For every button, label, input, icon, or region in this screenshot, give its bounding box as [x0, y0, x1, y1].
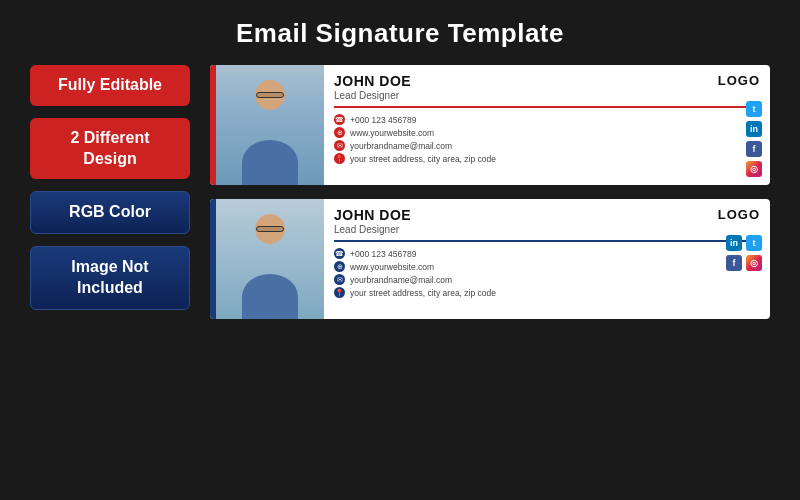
person-body [242, 140, 298, 185]
location-icon-blue: 📍 [334, 287, 345, 298]
address-row-blue: 📍 your street address, city area, zip co… [334, 287, 760, 298]
sig-header-blue: JOHN DOE Lead Designer LOGO [334, 207, 760, 242]
sig-header-red: JOHN DOE Lead Designer LOGO [334, 73, 760, 108]
web-row-red: ⊕ www.yourwebsite.com [334, 127, 760, 138]
sig-logo-blue: LOGO [718, 207, 760, 222]
linkedin-icon-blue: in [726, 235, 742, 251]
person-glasses-blue [256, 226, 284, 232]
facebook-icon-red: f [746, 141, 762, 157]
person-silhouette [216, 65, 324, 185]
sig-details-red: ☎ +000 123 456789 ⊕ www.yourwebsite.com … [334, 114, 760, 164]
web-row-blue: ⊕ www.yourwebsite.com [334, 261, 760, 272]
address-text-blue: your street address, city area, zip code [350, 288, 496, 298]
phone-icon-blue: ☎ [334, 248, 345, 259]
instagram-icon-red: ◎ [746, 161, 762, 177]
person-photo-blue [216, 199, 324, 319]
email-row-blue: ✉ yourbrandname@mail.com [334, 274, 760, 285]
template-blue: JOHN DOE Lead Designer LOGO ☎ +000 123 4… [210, 199, 770, 319]
phone-icon-red: ☎ [334, 114, 345, 125]
web-icon-blue: ⊕ [334, 261, 345, 272]
sig-logo-red: LOGO [718, 73, 760, 88]
name-title-group-blue: JOHN DOE Lead Designer [334, 207, 411, 235]
linkedin-icon-red: in [746, 121, 762, 137]
twitter-icon-blue: t [746, 235, 762, 251]
phone-row-red: ☎ +000 123 456789 [334, 114, 760, 125]
template-red: JOHN DOE Lead Designer LOGO ☎ +000 123 4… [210, 65, 770, 185]
person-photo-red [216, 65, 324, 185]
location-icon-red: 📍 [334, 153, 345, 164]
main-content: Fully Editable 2 Different Design RGB Co… [0, 65, 800, 319]
person-glasses [256, 92, 284, 98]
phone-text-red: +000 123 456789 [350, 115, 416, 125]
phone-row-blue: ☎ +000 123 456789 [334, 248, 760, 259]
badge-rgb-color: RGB Color [30, 191, 190, 234]
sig-title-red: Lead Designer [334, 90, 411, 101]
web-icon-red: ⊕ [334, 127, 345, 138]
email-icon-blue: ✉ [334, 274, 345, 285]
sig-content-blue: JOHN DOE Lead Designer LOGO ☎ +000 123 4… [324, 199, 770, 319]
badge-image-not-included: Image Not Included [30, 246, 190, 310]
sig-title-blue: Lead Designer [334, 224, 411, 235]
photo-area-blue [216, 199, 324, 319]
badge-two-designs: 2 Different Design [30, 118, 190, 180]
web-text-red: www.yourwebsite.com [350, 128, 434, 138]
phone-text-blue: +000 123 456789 [350, 249, 416, 259]
facebook-icon-blue: f [726, 255, 742, 271]
sig-details-blue: ☎ +000 123 456789 ⊕ www.yourwebsite.com … [334, 248, 760, 298]
twitter-icon-red: t [746, 101, 762, 117]
sig-content-red: JOHN DOE Lead Designer LOGO ☎ +000 123 4… [324, 65, 770, 185]
instagram-icon-blue: ◎ [746, 255, 762, 271]
name-title-group: JOHN DOE Lead Designer [334, 73, 411, 101]
templates-column: JOHN DOE Lead Designer LOGO ☎ +000 123 4… [210, 65, 770, 319]
email-text-red: yourbrandname@mail.com [350, 141, 452, 151]
badge-fully-editable: Fully Editable [30, 65, 190, 106]
address-row-red: 📍 your street address, city area, zip co… [334, 153, 760, 164]
page-title: Email Signature Template [236, 18, 564, 49]
badges-column: Fully Editable 2 Different Design RGB Co… [30, 65, 190, 319]
email-icon-red: ✉ [334, 140, 345, 151]
address-text-red: your street address, city area, zip code [350, 154, 496, 164]
web-text-blue: www.yourwebsite.com [350, 262, 434, 272]
email-text-blue: yourbrandname@mail.com [350, 275, 452, 285]
social-icons-red: t in f ◎ [746, 101, 762, 177]
social-icons-blue: in t f ◎ [726, 235, 762, 271]
person-body-blue [242, 274, 298, 319]
person-silhouette-blue [216, 199, 324, 319]
sig-name-red: JOHN DOE [334, 73, 411, 89]
sig-name-blue: JOHN DOE [334, 207, 411, 223]
photo-area-red [216, 65, 324, 185]
email-row-red: ✉ yourbrandname@mail.com [334, 140, 760, 151]
